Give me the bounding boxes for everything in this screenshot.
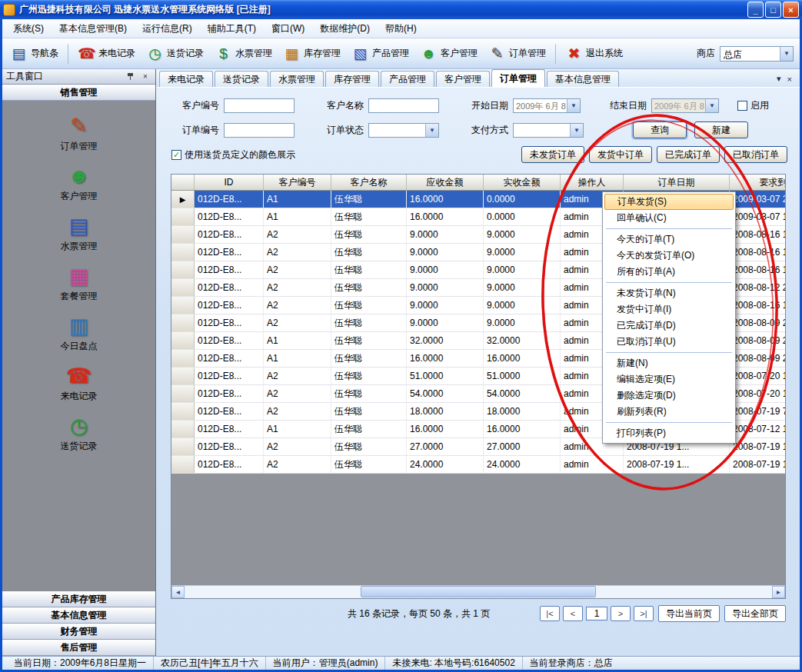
menu-window[interactable]: 窗口(W) [264,20,312,38]
row-selector-cell[interactable] [171,403,195,420]
dropdown-arrow-icon[interactable]: ▼ [780,47,793,61]
order-button[interactable]: ✎ 订单管理 [484,43,551,65]
completed-orders-button[interactable]: 已完成订单 [657,146,720,163]
sidebar-group-after-sales[interactable]: 售后管理 [2,640,155,656]
menu-data-maintenance[interactable]: 数据维护(D) [312,20,378,38]
cancelled-orders-button[interactable]: 已取消订单 [724,146,787,163]
exit-button[interactable]: ✖ 退出系统 [561,43,627,65]
menu-help[interactable]: 帮助(H) [378,20,424,38]
row-selector-cell[interactable] [171,332,195,349]
new-button[interactable]: 新建 [694,121,748,138]
order-status-arrow-icon[interactable]: ▼ [425,124,438,137]
menu-all-orders[interactable]: 所有的订单(A) [604,264,734,280]
toolbar-button[interactable] [68,44,68,64]
shipping-orders-button[interactable]: 发货中订单 [589,146,652,163]
grid-header-operator[interactable]: 操作人 [561,175,624,190]
tab-order[interactable]: 订单管理 [491,69,545,87]
maximize-button[interactable]: □ [765,2,781,18]
horizontal-scrollbar[interactable]: ◄ ► [171,585,785,598]
row-selector-cell[interactable] [171,456,195,473]
context-menu-item[interactable] [604,280,734,285]
tab-delivery-log[interactable]: 送货记录 [215,71,268,87]
menu-basic-info[interactable]: 基本信息管理(B) [52,20,135,38]
grid-header-customer-no[interactable]: 客户编号 [264,175,331,190]
sidebar-item-incoming-call[interactable]: ☎ 来电记录 [61,364,98,403]
scrollbar-track[interactable] [185,586,772,598]
pin-icon[interactable] [124,71,136,82]
context-menu-item[interactable] [604,226,734,231]
tab-list-chevron-down-icon[interactable]: ▾ [777,74,781,84]
menu-cancelled-orders[interactable]: 已取消订单(U) [604,334,734,350]
close-button[interactable]: × [783,2,799,18]
menu-shipping-orders[interactable]: 发货中订单(I) [604,301,734,318]
row-selector-cell[interactable] [171,314,195,331]
menu-aux-tools[interactable]: 辅助工具(T) [200,20,264,38]
next-page-button[interactable]: > [611,606,631,621]
customer-no-input[interactable] [224,98,295,113]
row-selector-cell[interactable] [171,279,195,296]
menu-ship-order[interactable]: 订单发货(S) [604,194,734,210]
grid-header-receivable[interactable]: 应收金额 [407,175,484,190]
grid-header-delivery-date[interactable]: 要求到货日期 [730,175,786,190]
pay-method-arrow-icon[interactable]: ▼ [570,124,583,137]
menu-unshipped-orders[interactable]: 未发货订单(N) [604,285,734,301]
inventory-button[interactable]: ▦ 库存管理 [278,43,345,65]
menu-delete-selected[interactable]: 删除选定项(D) [604,388,734,404]
row-selector-cell[interactable] [171,368,195,384]
sidebar-group-product-inventory[interactable]: 产品库存管理 [2,591,155,607]
row-selector-cell[interactable] [171,421,195,437]
grid-header-order-date[interactable]: 订单日期 [624,175,730,190]
table-row[interactable]: 012D-E8... A2 伍华聪 24.0000 24.0000 admin … [171,456,785,474]
tab-customer[interactable]: 客户管理 [436,71,490,87]
menu-system[interactable]: 系统(S) [5,20,52,38]
menu-edit-selected[interactable]: 编辑选定项(E) [604,371,734,388]
minimize-button[interactable]: _ [747,2,764,18]
menu-todays-shipments[interactable]: 今天的发货订单(O) [604,248,734,264]
product-button[interactable]: ▧ 产品管理 [347,43,414,65]
order-no-input[interactable] [224,123,295,138]
sidebar-item-water-ticket[interactable]: ▤ 水票管理 [61,215,98,253]
color-option-checkbox[interactable]: ✓ [171,150,181,160]
toolbar-button[interactable] [555,44,556,64]
context-menu-item[interactable] [604,350,734,355]
customer-button[interactable]: ☻ 客户管理 [415,43,482,65]
start-date-arrow-icon[interactable]: ▼ [567,99,580,112]
sidebar-item-customer[interactable]: ☻ 客户管理 [61,165,98,203]
scroll-left-icon[interactable]: ◄ [171,586,185,598]
tab-water-ticket[interactable]: 水票管理 [270,71,324,87]
row-selector-cell[interactable] [171,350,195,367]
sidebar-group-finance[interactable]: 财务管理 [2,624,155,640]
export-all-pages-button[interactable]: 导出全部页 [724,605,786,622]
pay-method-select[interactable]: ▼ [513,123,584,138]
context-menu-item[interactable] [604,420,734,425]
order-status-select[interactable]: ▼ [368,123,439,138]
sidebar-close-icon[interactable]: × [139,71,151,82]
grid-header-customer-name[interactable]: 客户名称 [331,175,407,190]
tab-basic-info[interactable]: 基本信息管理 [547,71,619,87]
customer-name-input[interactable] [368,98,439,113]
row-selector-cell[interactable] [171,438,195,455]
sidebar-item-delivery-log[interactable]: ◷ 送货记录 [61,414,98,453]
start-date-picker[interactable]: 2009年 6月 8日 ▼ [513,98,581,113]
sidebar-item-package[interactable]: ▦ 套餐管理 [61,264,98,303]
incoming-call-button[interactable]: ☎ 来电记录 [73,43,140,65]
tab-call-log[interactable]: 来电记录 [159,71,213,87]
tab-inventory[interactable]: 库存管理 [325,71,379,87]
scroll-right-icon[interactable]: ► [772,586,785,598]
sidebar-item-today-inventory[interactable]: ▥ 今日盘点 [61,314,98,353]
menu-refresh-list[interactable]: 刷新列表(R) [604,404,734,420]
first-page-button[interactable]: |< [540,606,560,621]
enable-checkbox[interactable] [737,101,747,111]
delivery-log-button[interactable]: ◷ 送货记录 [141,43,208,65]
row-selector-cell[interactable] [171,226,195,243]
menu-confirm-receipt[interactable]: 回单确认(C) [604,210,734,226]
water-ticket-button[interactable]: $ 水票管理 [210,43,277,65]
page-number-input[interactable] [586,607,607,620]
menu-completed-orders[interactable]: 已完成订单(D) [604,318,734,334]
row-selector-cell[interactable] [171,297,195,314]
scrollbar-thumb[interactable] [361,586,596,597]
row-selector-cell[interactable]: ▶ [171,191,195,208]
row-selector-cell[interactable] [171,261,195,278]
menu-new[interactable]: 新建(N) [604,355,734,371]
row-selector-cell[interactable] [171,208,195,225]
